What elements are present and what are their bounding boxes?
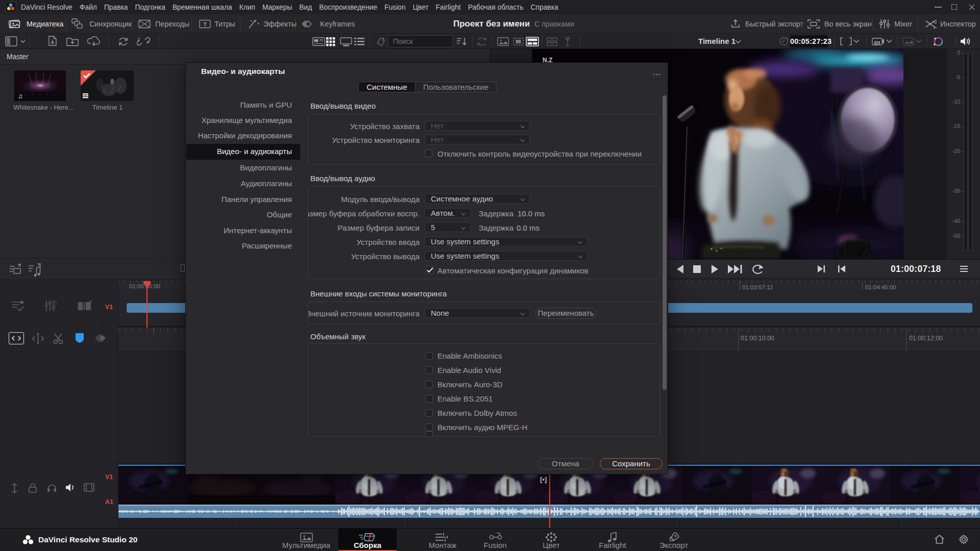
svg-text:♫: ♫ xyxy=(18,92,23,100)
svg-text:HQ: HQ xyxy=(875,41,879,44)
svg-text:T: T xyxy=(203,21,207,28)
